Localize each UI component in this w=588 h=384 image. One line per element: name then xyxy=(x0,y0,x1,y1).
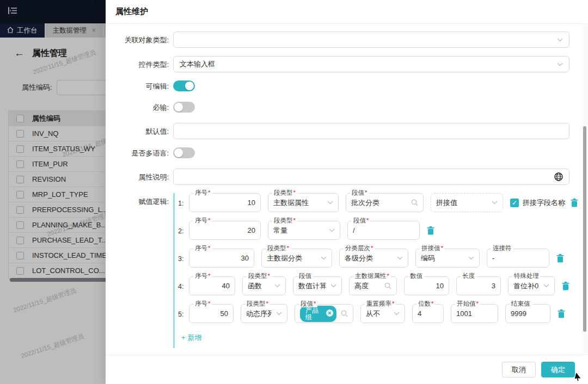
delete-row-button[interactable] xyxy=(556,254,564,263)
cancel-button[interactable]: 取消 xyxy=(502,362,536,377)
floating-label: 分类层次* xyxy=(344,245,375,252)
assignment-row: 4:序号*40段类型*函数段值数值计算转换主数据属性*高度数值10长度3特殊处理… xyxy=(178,276,569,295)
toggle-可编辑[interactable] xyxy=(173,80,195,91)
field-label: 默认值: xyxy=(114,123,169,136)
select-拼接值[interactable]: 拼接值 xyxy=(431,193,503,212)
delete-row-button[interactable] xyxy=(571,199,578,207)
floating-label: 段类型* xyxy=(272,217,297,224)
drawer-footer: 取消 确定 xyxy=(106,355,588,384)
floating-label: 拼接值* xyxy=(420,245,445,252)
tag-close-icon[interactable] xyxy=(326,309,333,318)
assignment-row: 1:序号*10段类型*主数据属性段值*批次分类拼接值✓拼接字段名称 xyxy=(178,193,569,212)
field-label: 必输: xyxy=(114,102,169,112)
toggle-必输[interactable] xyxy=(173,102,195,113)
select-段类型[interactable]: 段类型*常量 xyxy=(268,221,340,240)
select-特殊处理[interactable]: 特殊处理首位补0 xyxy=(508,276,555,295)
select-控件类型[interactable]: 文本输入框 xyxy=(173,56,569,72)
select-段类型[interactable]: 段类型*主数据属性 xyxy=(268,193,339,212)
field-value: / xyxy=(353,226,414,234)
globe-icon[interactable] xyxy=(554,172,563,181)
delete-row-button[interactable] xyxy=(558,309,565,318)
select-段值[interactable]: 段值数值计算转换 xyxy=(293,276,342,295)
search-主数据属性[interactable]: 主数据属性*高度 xyxy=(349,276,397,295)
floating-label: 序号* xyxy=(193,217,212,224)
floating-label: 序号* xyxy=(193,189,212,196)
select-分类层次[interactable]: 分类层次*各级分类 xyxy=(339,249,408,268)
row-index: 3: xyxy=(178,254,189,263)
field-label: 关联对象类型: xyxy=(114,32,169,45)
field-value: 20 xyxy=(194,226,255,234)
field-value: 10 xyxy=(409,282,444,290)
input-序号[interactable]: 序号*30 xyxy=(189,249,254,268)
row-index: 1: xyxy=(178,199,189,207)
delete-row-button[interactable] xyxy=(562,282,569,290)
chevron-down-icon xyxy=(468,256,474,260)
drawer-body: 关联对象类型:控件类型:文本输入框可编辑:必输:默认值:是否多语言:属性说明:赋… xyxy=(106,24,588,355)
field-value: 数值计算转换 xyxy=(298,281,326,291)
assignment-row: 5:序号*50段类型*动态序列码段值*产品组重置频率*从不位数*4开始值*100… xyxy=(178,304,569,323)
field-label: 是否多语言: xyxy=(114,147,169,158)
input-序号[interactable]: 序号*40 xyxy=(189,276,235,295)
attribute-maintenance-drawer: 属性维护 关联对象类型:控件类型:文本输入框可编辑:必输:默认值:是否多语言:属… xyxy=(106,0,588,384)
ok-button[interactable]: 确定 xyxy=(541,362,575,377)
floating-label: 长度 xyxy=(461,272,476,280)
field-value: 30 xyxy=(194,254,249,262)
select-段类型[interactable]: 段类型*动态序列码 xyxy=(241,304,287,323)
assignment-row: 2:序号*20段类型*常量段值*/ xyxy=(178,221,569,240)
select-段类型[interactable]: 段类型*函数 xyxy=(242,276,286,295)
input-位数[interactable]: 位数*4 xyxy=(412,304,444,323)
chevron-down-icon xyxy=(394,312,400,315)
input-长度[interactable]: 长度3 xyxy=(456,276,501,295)
input-开始值[interactable]: 开始值*1001 xyxy=(451,304,498,323)
select-重置频率[interactable]: 重置频率*从不 xyxy=(360,304,405,323)
search-icon xyxy=(384,282,391,289)
field-value: 1001 xyxy=(456,309,493,318)
field-value: 拼接值 xyxy=(436,198,487,208)
chevron-down-icon xyxy=(276,312,282,315)
field-value: 9999 xyxy=(511,309,545,318)
floating-label: 段值 xyxy=(297,272,313,280)
drawer-scrollbar[interactable] xyxy=(583,126,586,332)
field-label: 赋值逻辑: xyxy=(114,193,169,206)
floating-label: 序号* xyxy=(193,245,212,252)
input-属性说明[interactable] xyxy=(173,169,569,185)
input-段值[interactable]: 段值*/ xyxy=(347,221,420,240)
input-结束值[interactable]: 结束值9999 xyxy=(505,304,550,323)
field-value: 函数 xyxy=(248,281,270,291)
floating-label: 开始值* xyxy=(455,300,480,307)
chevron-down-icon xyxy=(557,38,563,42)
delete-row-button[interactable] xyxy=(427,226,434,235)
select-关联对象类型[interactable] xyxy=(173,32,569,48)
field-value: 10 xyxy=(194,199,255,207)
select-段类型[interactable]: 段类型*主数据分类 xyxy=(261,249,332,268)
input-默认值[interactable] xyxy=(173,123,569,139)
input-序号[interactable]: 序号*50 xyxy=(189,304,234,323)
field-label: 可编辑: xyxy=(114,80,169,91)
floating-label: 序号* xyxy=(193,300,212,307)
search-段值[interactable]: 段值*批次分类 xyxy=(346,193,424,212)
search-段值[interactable]: 段值*产品组 xyxy=(295,304,353,323)
input-序号[interactable]: 序号*10 xyxy=(189,193,261,212)
value-tag[interactable]: 产品组 xyxy=(300,306,336,322)
field-value: 4 xyxy=(418,309,438,318)
field-value: 3 xyxy=(462,282,495,290)
floating-label: 段值* xyxy=(299,300,317,307)
chevron-down-icon xyxy=(274,284,280,288)
input-数值[interactable]: 数值10 xyxy=(404,276,449,295)
input-序号[interactable]: 序号*20 xyxy=(189,221,261,240)
floating-label: 段值* xyxy=(352,217,370,224)
chevron-down-icon xyxy=(557,63,563,66)
chevron-down-icon xyxy=(327,201,333,205)
input-连接符[interactable]: 连接符- xyxy=(487,249,549,268)
field-value: 批次分类 xyxy=(351,198,407,208)
floating-label: 段值* xyxy=(350,189,369,196)
checkbox-拼接字段名称[interactable]: ✓拼接字段名称 xyxy=(510,198,565,208)
toggle-是否多语言[interactable] xyxy=(173,147,195,158)
add-row-button[interactable]: + 新增 xyxy=(181,333,201,343)
floating-label: 数值 xyxy=(408,272,424,280)
row-index: 2: xyxy=(178,226,189,235)
select-拼接值[interactable]: 拼接值*编码 xyxy=(415,249,480,268)
floating-label: 段类型* xyxy=(247,272,272,280)
chevron-down-icon xyxy=(543,284,549,288)
checkbox-checked-icon[interactable]: ✓ xyxy=(510,199,519,207)
